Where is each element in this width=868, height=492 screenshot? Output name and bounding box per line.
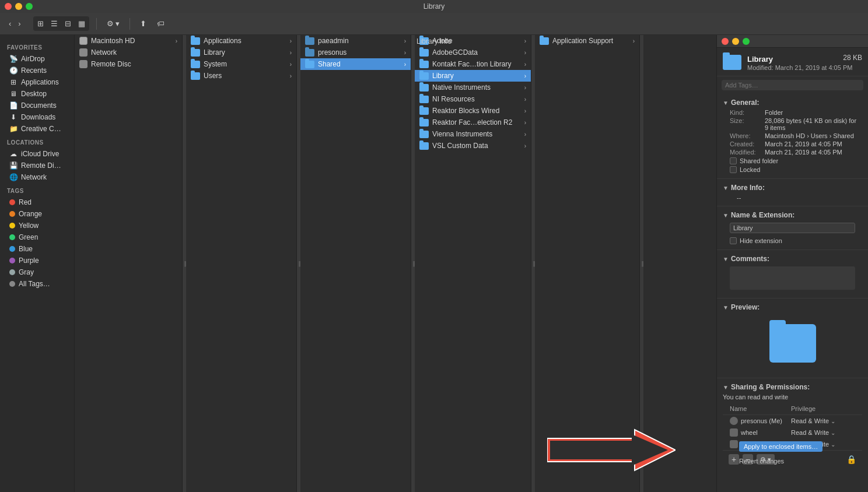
- col4-reaktor-blocks[interactable]: Reaktor Blocks Wired ›: [415, 105, 531, 117]
- chevron-icon: ›: [290, 38, 292, 44]
- add-permission-button[interactable]: +: [729, 454, 739, 465]
- shared-folder-checkbox[interactable]: [730, 157, 737, 164]
- col1-macintosh-hd[interactable]: Macintosh HD ›: [75, 35, 182, 47]
- sidebar-item-tag-orange[interactable]: Orange: [2, 208, 72, 220]
- maximize-button[interactable]: [26, 3, 33, 10]
- folder-users-icon: [191, 72, 200, 80]
- perm-wheel-priv[interactable]: Read & Write ⌄: [791, 429, 855, 436]
- modified-value: March 21, 2019 at 4:05 PM: [765, 149, 842, 156]
- col4-adobegcdata[interactable]: AdobeGCData ›: [415, 47, 531, 58]
- clock-icon: 🕐: [9, 66, 18, 75]
- network-icon: 🌐: [9, 173, 18, 181]
- locked-checkbox[interactable]: [730, 166, 737, 173]
- minimize-button[interactable]: [15, 3, 22, 10]
- comments-textarea[interactable]: [730, 266, 855, 290]
- col4-vsl[interactable]: VSL Custom Data ›: [415, 140, 531, 152]
- col5-application-support[interactable]: Application Support ›: [535, 35, 639, 47]
- more-info-header[interactable]: ▼ More Info:: [723, 182, 862, 193]
- col3-presonus-label: presonus: [318, 48, 346, 57]
- general-section-title: General:: [731, 99, 760, 107]
- perm-presonus-priv[interactable]: Read & Write ⌄: [791, 417, 855, 424]
- sidebar-item-creative[interactable]: 📁 Creative C…: [2, 123, 72, 135]
- column-view-button[interactable]: ⊟: [62, 17, 74, 30]
- col2-system[interactable]: System ›: [186, 58, 296, 70]
- folder-shared-icon: [305, 61, 314, 68]
- comments-header[interactable]: ▼ Comments:: [723, 254, 862, 264]
- sidebar-item-desktop[interactable]: 🖥 Desktop: [2, 88, 72, 100]
- preview-header[interactable]: ▼ Preview:: [723, 302, 862, 312]
- col4-vienna[interactable]: Vienna Instruments ›: [415, 128, 531, 140]
- perm-group-icon-wheel: [730, 428, 738, 437]
- sharing-header[interactable]: ▼ Sharing & Permissions:: [723, 382, 862, 392]
- forward-button[interactable]: ›: [15, 17, 23, 30]
- lock-button[interactable]: 🔒: [846, 455, 856, 464]
- col3-presonus[interactable]: presonus ›: [300, 47, 411, 58]
- applications-icon: ⊞: [9, 78, 18, 86]
- col2-users[interactable]: Users ›: [186, 70, 296, 82]
- info-max-button[interactable]: [743, 38, 750, 45]
- more-info-section: ▼ More Info: --: [717, 179, 868, 206]
- sidebar-item-documents[interactable]: 📄 Documents: [2, 100, 72, 111]
- where-label: Where:: [730, 132, 765, 139]
- permissions-footer: + − ⚙ ▾ 🔒 Apply to enclosed items… Rever…: [723, 450, 862, 468]
- col1-remote-disc[interactable]: Remote Disc: [75, 58, 182, 70]
- tags-input[interactable]: [722, 80, 863, 90]
- name-extension-header[interactable]: ▼ Name & Extension:: [723, 210, 862, 220]
- info-min-button[interactable]: [732, 38, 739, 45]
- sidebar-item-airdrop[interactable]: 📡 AirDrop: [2, 53, 72, 65]
- general-modified-row: Modified: March 21, 2019 at 4:05 PM: [723, 149, 862, 156]
- close-button[interactable]: [5, 3, 12, 10]
- share-button[interactable]: ⬆: [137, 17, 149, 30]
- tag-orange-dot: [9, 211, 15, 217]
- col3-shared[interactable]: Shared ›: [300, 58, 411, 70]
- sidebar-item-tag-red[interactable]: Red: [2, 196, 72, 208]
- chevron-icon: ›: [404, 61, 406, 68]
- sidebar-item-tag-yellow[interactable]: Yellow: [2, 220, 72, 231]
- perm-row-wheel: wheel Read & Write ⌄: [723, 427, 862, 438]
- column-1: Macintosh HD › Network Remote Disc: [75, 35, 183, 492]
- col1-network[interactable]: Network: [75, 47, 182, 58]
- col3-paeadmin[interactable]: paeadmin ›: [300, 35, 411, 47]
- col4-library[interactable]: Library ›: [415, 70, 531, 82]
- view-options-button[interactable]: ⚙ ▾: [104, 17, 123, 30]
- back-button[interactable]: ‹: [6, 17, 14, 30]
- tag-red-dot: [9, 199, 15, 205]
- tags-button[interactable]: 🏷: [154, 17, 167, 30]
- sidebar-item-applications[interactable]: ⊞ Applications: [2, 76, 72, 88]
- network-drive-icon: [79, 48, 88, 57]
- apply-label: Apply to enclosed items…: [744, 443, 818, 450]
- sidebar-item-tag-blue[interactable]: Blue: [2, 243, 72, 255]
- col4-vsl-label: VSL Custom Data: [432, 142, 488, 150]
- gallery-view-button[interactable]: ▦: [75, 17, 88, 30]
- sidebar-network-label: Network: [21, 173, 47, 181]
- sidebar-item-network[interactable]: 🌐 Network: [2, 171, 72, 183]
- col2-library[interactable]: Library ›: [186, 47, 296, 58]
- list-view-button[interactable]: ☰: [48, 17, 61, 30]
- more-info-value-row: --: [723, 194, 862, 201]
- icon-view-button[interactable]: ⊞: [34, 17, 47, 30]
- sidebar-item-downloads[interactable]: ⬇ Downloads: [2, 111, 72, 123]
- revert-text[interactable]: Revert changes: [739, 458, 784, 465]
- sidebar-item-tag-all[interactable]: All Tags…: [2, 278, 72, 290]
- col4-reaktor-blocks-label: Reaktor Blocks Wired: [432, 107, 499, 115]
- chevron-icon: ›: [404, 38, 406, 44]
- sidebar-item-remote-di[interactable]: 💾 Remote Di…: [2, 160, 72, 171]
- col4-ni-resources[interactable]: NI Resources ›: [415, 93, 531, 105]
- info-title-bar: Library Info: [717, 35, 868, 48]
- toolbar-separator-2: [130, 18, 130, 30]
- sidebar-item-tag-purple[interactable]: Purple: [2, 255, 72, 266]
- sidebar-item-tag-green[interactable]: Green: [2, 231, 72, 243]
- col4-native-instruments[interactable]: Native Instruments ›: [415, 82, 531, 93]
- general-section-header[interactable]: ▼ General:: [723, 97, 862, 108]
- col4-kontakt[interactable]: Kontakt Fac…tion Library ›: [415, 58, 531, 70]
- col4-reaktor-fac[interactable]: Reaktor Fac…election R2 ›: [415, 117, 531, 128]
- info-close-button[interactable]: [722, 38, 729, 45]
- sidebar-item-icloud[interactable]: ☁ iCloud Drive: [2, 148, 72, 160]
- where-value: Macintosh HD › Users › Shared: [765, 132, 854, 139]
- name-extension-input[interactable]: [730, 223, 855, 233]
- col2-applications[interactable]: Applications ›: [186, 35, 296, 47]
- hide-extension-checkbox[interactable]: [730, 237, 737, 244]
- apply-dropdown[interactable]: Apply to enclosed items…: [739, 441, 822, 452]
- sidebar-item-recents[interactable]: 🕐 Recents: [2, 65, 72, 76]
- sidebar-item-tag-gray[interactable]: Gray: [2, 266, 72, 278]
